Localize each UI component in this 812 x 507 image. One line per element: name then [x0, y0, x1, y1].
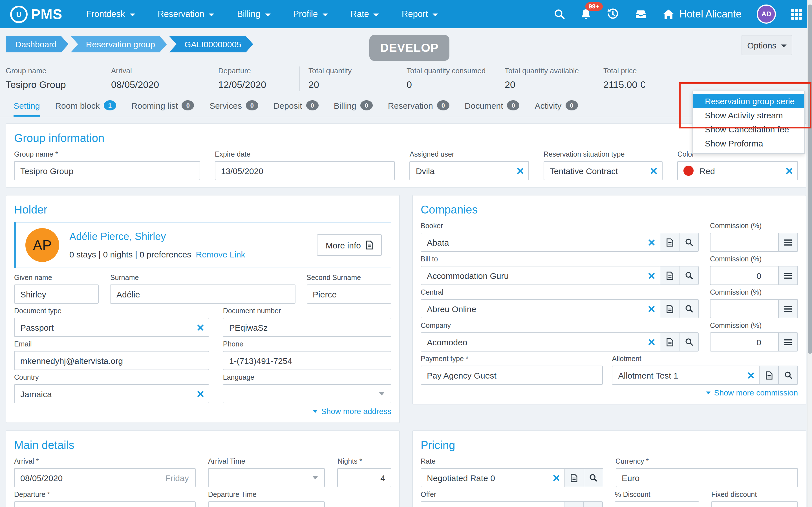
clear-x-icon[interactable]: [198, 324, 204, 330]
color-select[interactable]: [677, 161, 798, 180]
rate-input[interactable]: [427, 473, 547, 483]
second-surname-input[interactable]: [313, 289, 385, 299]
search-lookup-button[interactable]: [679, 300, 698, 318]
clear-x-icon[interactable]: [649, 339, 655, 345]
document-button[interactable]: [564, 502, 583, 507]
current-hotel[interactable]: Hotel Alicante: [663, 8, 742, 20]
menu-report[interactable]: Report: [402, 9, 438, 19]
options-button[interactable]: Options: [742, 35, 792, 55]
search-lookup-button[interactable]: [583, 469, 603, 487]
apps-grid-icon[interactable]: [791, 9, 802, 19]
bill-to-commission-input[interactable]: [716, 271, 761, 280]
clear-x-icon[interactable]: [786, 168, 792, 174]
clear-x-icon[interactable]: [651, 168, 657, 174]
options-dropdown-menu: Reservation group serie Show Activity st…: [693, 91, 805, 154]
clear-x-icon[interactable]: [517, 168, 523, 174]
history-icon[interactable]: [607, 8, 619, 20]
document-button[interactable]: [660, 233, 679, 251]
tab-billing[interactable]: Billing0: [334, 100, 373, 117]
clear-x-icon[interactable]: [649, 272, 655, 279]
central-input[interactable]: [427, 304, 643, 314]
app-logo[interactable]: U PMS: [10, 5, 62, 23]
menu-item-show-activity-stream[interactable]: Show Activity stream: [693, 108, 804, 122]
search-lookup-button[interactable]: [583, 502, 602, 507]
tab-activity[interactable]: Activity0: [535, 100, 578, 117]
remove-link[interactable]: Remove Link: [196, 249, 245, 259]
commission-menu-button[interactable]: [778, 233, 797, 251]
expire-date-input[interactable]: [221, 166, 389, 175]
departure-time-select[interactable]: [208, 501, 325, 507]
color-input[interactable]: [700, 166, 792, 175]
assigned-user-input[interactable]: [416, 166, 523, 175]
menu-billing[interactable]: Billing: [237, 9, 271, 19]
breadcrumb-current-group-code[interactable]: GALI00000005: [169, 36, 253, 52]
group-name-input[interactable]: [20, 166, 194, 175]
document-button[interactable]: [660, 267, 679, 284]
document-button[interactable]: [759, 366, 778, 384]
menu-reservation[interactable]: Reservation: [158, 9, 214, 19]
more-info-button[interactable]: More info: [317, 234, 382, 256]
menu-profile[interactable]: Profile: [293, 9, 328, 19]
show-more-commission-link[interactable]: Show more commission: [421, 388, 798, 397]
clear-x-icon[interactable]: [553, 474, 559, 481]
document-type-input[interactable]: [20, 323, 203, 332]
tab-room-block[interactable]: Room block1: [55, 100, 116, 117]
currency-input[interactable]: [622, 473, 792, 483]
breadcrumb-reservation-group[interactable]: Reservation group: [71, 36, 167, 52]
nights-input[interactable]: [344, 473, 385, 483]
country-input[interactable]: [20, 389, 203, 399]
bill-to-input[interactable]: [427, 271, 643, 280]
document-button[interactable]: [660, 300, 679, 318]
surname-input[interactable]: [116, 289, 289, 299]
language-select[interactable]: [223, 384, 391, 403]
booker-input[interactable]: [427, 237, 643, 247]
menu-item-show-cancellation-fee[interactable]: Show Cancellation fee: [693, 122, 804, 136]
vertical-scrollbar[interactable]: [807, 0, 812, 507]
menu-rate[interactable]: Rate: [350, 9, 379, 19]
search-lookup-button[interactable]: [778, 366, 797, 384]
tab-rooming-list[interactable]: Rooming list0: [132, 100, 194, 117]
allotment-input[interactable]: [618, 371, 742, 380]
user-avatar[interactable]: AD: [757, 4, 776, 24]
search-icon[interactable]: [554, 8, 565, 20]
clear-x-icon[interactable]: [748, 372, 754, 378]
tab-setting[interactable]: Setting: [13, 100, 40, 117]
document-button[interactable]: [564, 469, 583, 487]
notifications-bell-icon[interactable]: 99+: [580, 8, 592, 20]
booker-commission-input[interactable]: [716, 237, 761, 247]
clear-x-icon[interactable]: [649, 239, 655, 245]
company-commission-input[interactable]: [716, 337, 761, 347]
arrival-time-select[interactable]: [208, 468, 325, 487]
central-commission-input[interactable]: [716, 304, 761, 314]
scrollbar-thumb[interactable]: [808, 4, 812, 354]
situation-type-input[interactable]: [550, 166, 657, 175]
commission-menu-button[interactable]: [778, 300, 797, 318]
tab-deposit[interactable]: Deposit0: [273, 100, 319, 117]
holder-name-link[interactable]: Adélie Pierce, Shirley: [69, 231, 245, 243]
inbox-icon[interactable]: [635, 8, 647, 20]
menu-item-show-proforma[interactable]: Show Proforma: [693, 136, 804, 151]
phone-input[interactable]: [229, 356, 385, 365]
menu-frontdesk[interactable]: Frontdesk: [86, 9, 135, 19]
show-more-address-link[interactable]: Show more address: [14, 407, 391, 416]
payment-type-input[interactable]: [427, 371, 597, 380]
email-input[interactable]: [20, 356, 203, 365]
clear-x-icon[interactable]: [649, 305, 655, 312]
arrival-date-input[interactable]: [20, 473, 190, 483]
commission-menu-button[interactable]: [778, 267, 797, 284]
given-name-input[interactable]: [20, 289, 93, 299]
commission-menu-button[interactable]: [778, 333, 797, 351]
tab-reservation[interactable]: Reservation0: [388, 100, 449, 117]
breadcrumb-dashboard[interactable]: Dashboard: [6, 36, 68, 52]
tab-services[interactable]: Services0: [209, 100, 258, 117]
group-summary-bar: Group nameTesipro Group Arrival08/05/202…: [6, 66, 806, 91]
search-lookup-button[interactable]: [679, 267, 698, 284]
search-lookup-button[interactable]: [679, 333, 698, 351]
menu-item-reservation-group-serie[interactable]: Reservation group serie: [693, 94, 804, 108]
tab-document[interactable]: Document0: [465, 100, 520, 117]
clear-x-icon[interactable]: [198, 391, 204, 397]
document-button[interactable]: [660, 333, 679, 351]
document-number-input[interactable]: [229, 323, 385, 332]
search-lookup-button[interactable]: [679, 233, 698, 251]
company-input[interactable]: [427, 337, 643, 347]
